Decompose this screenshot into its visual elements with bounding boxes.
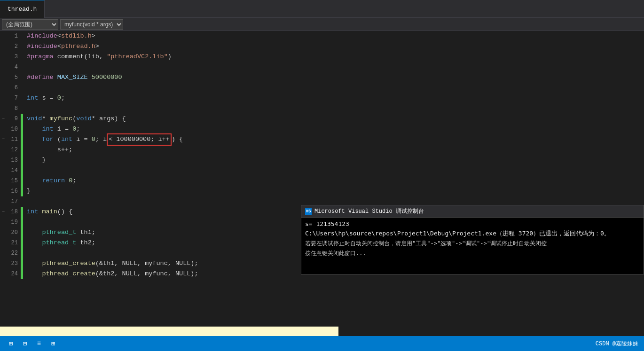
token-kw: for <box>42 134 53 145</box>
token-plain: th2; <box>76 238 95 248</box>
token-preproc: #pragma <box>27 52 54 62</box>
token-num: 0 <box>69 176 72 186</box>
line-num-9: −9 <box>0 114 21 124</box>
token-plain: > <box>92 31 95 41</box>
line-num-16: 16 <box>0 186 21 196</box>
line-num-6: 6 <box>0 83 21 93</box>
debug-line-4: 按任意键关闭此窗口... <box>305 250 640 257</box>
token-num: 0 <box>57 93 61 103</box>
code-line-7: int s = 0; <box>27 93 644 103</box>
code-line-2: #include<pthread.h> <box>27 41 644 52</box>
token-plain <box>27 124 42 134</box>
line-num-1: 1 <box>0 31 21 41</box>
token-plain: ; <box>76 124 80 134</box>
line-number-gutter: 12345678−910−11121314151617−181920212223… <box>0 31 21 336</box>
token-plain: comment(lib, <box>54 52 107 62</box>
line-num-12: 12 <box>0 145 21 155</box>
debug-line-2: C:\Users\hp\source\repos\Project1\Debug\… <box>305 229 640 238</box>
line-num-11: −11 <box>0 134 21 145</box>
code-line-6 <box>27 83 644 93</box>
token-func: myfunc <box>50 114 73 124</box>
line-num-19: 19 <box>0 217 21 227</box>
line-num-18: −18 <box>0 207 21 217</box>
code-line-14 <box>27 165 644 176</box>
nav-bar: (全局范围) myfunc(void * args) <box>0 18 644 31</box>
token-angle-include: stdlib.h <box>61 31 92 41</box>
debug-line-1: s= 121354123 <box>305 220 640 227</box>
debug-console-title-text: Microsoft Visual Studio 调试控制台 <box>314 207 424 215</box>
line-num-2: 2 <box>0 41 21 52</box>
func-dropdown[interactable]: myfunc(void * args) <box>60 19 123 30</box>
token-num: 0 <box>72 124 76 134</box>
token-plain <box>27 238 42 248</box>
token-plain: > <box>95 41 99 52</box>
line-num-24: 24 <box>0 269 21 279</box>
token-plain: ; i <box>95 134 107 145</box>
editor-area: 12345678−910−11121314151617−181920212223… <box>0 31 644 336</box>
code-line-13: } <box>27 155 644 165</box>
status-bar: ⊞ ⊟ ≡ ⊞ CSDN @嘉陵妹妹 <box>0 336 644 351</box>
scope-dropdown[interactable]: (全局范围) <box>2 19 58 30</box>
code-line-12: s++; <box>27 145 644 155</box>
status-icon-4[interactable]: ⊞ <box>48 338 58 349</box>
line-num-14: 14 <box>0 165 21 176</box>
token-plain: } <box>27 155 46 165</box>
token-plain <box>88 72 92 83</box>
debug-console: VS Microsoft Visual Studio 调试控制台 s= 1213… <box>301 205 644 274</box>
token-plain: * args) { <box>92 114 126 124</box>
line-num-17: 17 <box>0 196 21 207</box>
line-num-13: 13 <box>0 155 21 165</box>
token-plain: ) <box>168 52 172 62</box>
tab-label: thread.h <box>8 6 37 13</box>
code-line-8 <box>27 103 644 114</box>
token-kw: int <box>61 134 72 145</box>
debug-console-title-bar: VS Microsoft Visual Studio 调试控制台 <box>301 205 644 218</box>
token-plain: < <box>57 41 61 52</box>
code-line-10: int i = 0; <box>27 124 644 134</box>
code-line-15: return 0; <box>27 176 644 186</box>
status-icons: ⊞ ⊟ ≡ ⊞ <box>6 338 58 349</box>
highlight-token: < 100000000; i++ <box>107 133 172 146</box>
fold-marker-11[interactable]: − <box>0 134 7 145</box>
token-plain: i = <box>72 134 92 145</box>
token-plain <box>27 258 42 269</box>
line-num-22: 22 <box>0 248 21 258</box>
code-line-4 <box>27 62 644 72</box>
code-line-9: void* myfunc(void* args) { <box>27 114 644 124</box>
token-func: main <box>42 207 57 217</box>
token-plain: ) { <box>172 134 183 145</box>
token-plain: i = <box>54 124 73 134</box>
token-kw: int <box>27 93 38 103</box>
token-func: pthread_create <box>42 269 95 279</box>
fold-marker-18[interactable]: − <box>0 207 7 217</box>
code-editor[interactable]: #include<stdlib.h>#include<pthread.h>#pr… <box>23 31 644 336</box>
scope-dropdown-wrap: (全局范围) <box>2 19 58 30</box>
status-icon-2[interactable]: ⊟ <box>20 338 30 349</box>
debug-console-body: s= 121354123 C:\Users\hp\source\repos\Pr… <box>301 218 644 274</box>
token-plain: < <box>57 31 61 41</box>
token-preproc: #include <box>27 41 57 52</box>
token-kw: void <box>27 114 42 124</box>
token-plain <box>65 176 69 186</box>
line-num-8: 8 <box>0 103 21 114</box>
token-plain: s++; <box>27 145 72 155</box>
token-plain: th1; <box>76 227 95 238</box>
status-icon-3[interactable]: ≡ <box>34 338 44 349</box>
fold-marker-9[interactable]: − <box>0 114 7 124</box>
token-kw: int <box>42 124 53 134</box>
token-plain: (&th1, NULL, myfunc, NULL); <box>95 258 198 269</box>
tab-thread-h[interactable]: thread.h <box>0 0 45 18</box>
tab-bar: thread.h <box>0 0 644 18</box>
func-dropdown-wrap: myfunc(void * args) <box>60 19 123 30</box>
token-plain: ; <box>61 93 65 103</box>
token-plain <box>54 72 57 83</box>
line-num-10: 10 <box>0 124 21 134</box>
token-kw: int <box>27 207 38 217</box>
token-type: pthread_t <box>42 238 76 248</box>
debug-line-3: 若要在调试停止时自动关闭控制台，请启用"工具"->"选项"->"调试"->"调试… <box>305 240 640 248</box>
token-preproc: #include <box>27 31 57 41</box>
token-num: 0 <box>92 134 95 145</box>
line-num-20: 20 <box>0 227 21 238</box>
token-num: 50000000 <box>92 72 122 83</box>
status-icon-1[interactable]: ⊞ <box>6 338 16 349</box>
